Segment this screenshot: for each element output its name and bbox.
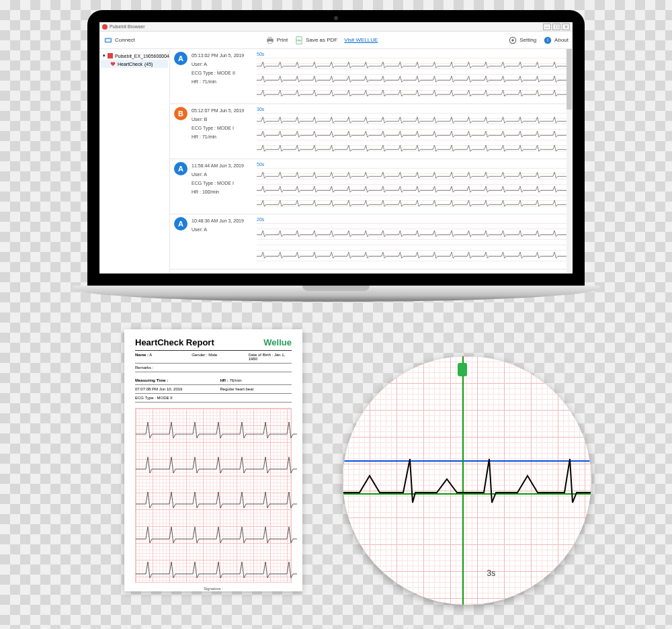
heartcheck-label: HeartCheck	[118, 62, 142, 67]
record-item[interactable]: B05:12:07 PM Jun 5, 2019User: BECG Type …	[170, 104, 573, 159]
waveform-tracks	[257, 168, 569, 211]
ecg-trace	[257, 60, 569, 70]
record-waveform: 30s	[257, 107, 569, 156]
heartcheck-count: (45)	[144, 62, 153, 67]
visit-wellue-link[interactable]: Visit WELLUE	[344, 37, 378, 43]
record-waveform: 20s	[257, 217, 569, 266]
report-header: HeartCheck Report Wellue	[135, 337, 292, 351]
record-timestamp: 05:12:07 PM Jun 5, 2019	[192, 108, 244, 113]
record-item[interactable]: A05:13:02 PM Jun 5, 2019User: AECG Type …	[170, 49, 573, 104]
record-meta-lines: 05:12:07 PM Jun 5, 2019User: BECG Type :…	[192, 107, 244, 156]
magnifier-ecg-trace	[343, 456, 591, 516]
record-timestamp: 10:48:36 AM Jun 3, 2019	[192, 218, 244, 223]
record-user: User: A	[192, 227, 244, 232]
svg-rect-11	[108, 53, 113, 58]
user-badge: A	[174, 52, 187, 65]
user-badge: A	[174, 217, 187, 230]
record-user: User: B	[192, 117, 244, 122]
record-item[interactable]: A11:58:44 AM Jun 3, 2019User: AECG Type …	[170, 159, 573, 214]
ecg-trace	[257, 116, 569, 125]
connect-label: Connect	[115, 37, 135, 43]
main-area: ▾ Pulsebit_EX_1905600004 HeartCheck (45)	[99, 49, 573, 274]
laptop-mockup: Pulsebit Browser — ☐ ✕ Connect	[87, 10, 585, 316]
connect-icon	[103, 36, 113, 45]
user-badge: A	[174, 162, 187, 175]
waveform-tracks	[257, 113, 569, 156]
record-waveform: 50s	[257, 52, 569, 101]
scrollbar[interactable]	[566, 49, 572, 274]
record-ecg_type: ECG Type : MODE II	[192, 71, 244, 75]
device-tree: ▾ Pulsebit_EX_1905600004 HeartCheck (45)	[99, 49, 170, 274]
record-ecg_type: ECG Type : MODE I	[192, 181, 244, 185]
svg-text:PDF: PDF	[297, 39, 302, 42]
report-ecg-trace-4	[136, 520, 297, 547]
scroll-thumb[interactable]	[566, 49, 572, 110]
print-button[interactable]: Print	[265, 36, 288, 45]
user-badge: B	[174, 107, 187, 120]
ecg-trace	[257, 199, 569, 208]
record-hr: HR : 71/min	[192, 79, 244, 84]
svg-rect-1	[106, 39, 111, 42]
laptop-notch	[302, 286, 370, 291]
about-button[interactable]: i About	[543, 36, 569, 45]
device-label: Pulsebit_EX_1905600004	[115, 54, 169, 58]
waveform-tracks	[257, 58, 569, 101]
report-row-ecgtype: ECG Type : MODE II	[135, 394, 292, 403]
save-pdf-button[interactable]: PDF Save as PDF	[294, 36, 337, 45]
ecg-trace	[257, 144, 569, 153]
report-row-measure: Measuring Time : HR : 76/min	[135, 376, 292, 385]
record-meta: B05:12:07 PM Jun 5, 2019User: BECG Type …	[174, 107, 251, 156]
record-duration: 30s	[257, 107, 569, 112]
heart-icon	[110, 61, 116, 67]
setting-button[interactable]: Setting	[508, 36, 536, 45]
printer-icon	[265, 36, 275, 45]
device-icon	[108, 53, 113, 58]
report-row-remarks: Remarks :	[135, 364, 292, 372]
record-item[interactable]: A10:48:36 AM Jun 3, 2019User: A20s	[170, 214, 573, 269]
close-button[interactable]: ✕	[562, 24, 570, 30]
report-row-type: 07:07:08 PM Jun 10, 2019 Regular heart b…	[135, 385, 292, 394]
chevron-down-icon: ▾	[103, 53, 106, 58]
toolbar: Connect Print PDF Save as PDF Visit WE	[99, 32, 573, 49]
window-title: Pulsebit Browser	[110, 24, 145, 29]
svg-point-8	[511, 39, 514, 42]
svg-rect-3	[268, 36, 272, 39]
tree-device-item[interactable]: ▾ Pulsebit_EX_1905600004	[101, 52, 168, 60]
ecg-trace	[257, 75, 569, 84]
report-row-identity: Name : A Gender : Male Date of Birth : J…	[135, 351, 292, 364]
signature-label: Signature :	[135, 587, 292, 591]
gear-icon	[508, 36, 517, 45]
record-meta-lines: 11:58:44 AM Jun 3, 2019User: AECG Type :…	[192, 162, 244, 211]
app-icon	[102, 24, 108, 30]
report-ecg-trace-2	[136, 450, 297, 477]
playhead-marker[interactable]	[458, 363, 467, 376]
minimize-button[interactable]: —	[543, 24, 551, 30]
report-ecg-trace-1	[136, 415, 297, 442]
time-label: 3s	[487, 569, 496, 578]
laptop-base	[73, 286, 599, 302]
record-duration: 50s	[257, 162, 569, 167]
connect-button[interactable]: Connect	[103, 36, 135, 45]
ecg-magnifier: 3s	[343, 356, 591, 605]
ecg-trace	[257, 130, 569, 139]
ecg-trace	[257, 89, 569, 98]
save-pdf-label: Save as PDF	[306, 37, 337, 43]
record-waveform: 50s	[257, 162, 569, 211]
maximize-button[interactable]: ☐	[552, 24, 560, 30]
ecg-trace	[257, 171, 569, 180]
ecg-trace	[257, 251, 569, 260]
record-user: User: A	[192, 62, 244, 67]
record-meta-lines: 05:13:02 PM Jun 5, 2019User: AECG Type :…	[192, 52, 244, 101]
record-meta-lines: 10:48:36 AM Jun 3, 2019User: A	[192, 217, 244, 266]
record-meta: A10:48:36 AM Jun 3, 2019User: A	[174, 217, 251, 266]
report-title: HeartCheck Report	[135, 337, 214, 347]
tree-heartcheck-item[interactable]: HeartCheck (45)	[101, 60, 168, 68]
record-user: User: A	[192, 172, 244, 177]
report-ecg-trace-5	[136, 555, 297, 582]
record-hr: HR : 71/min	[192, 134, 244, 139]
report-ecg-grid	[135, 408, 292, 583]
heartcheck-report: HeartCheck Report Wellue Name : A Gender…	[124, 329, 302, 591]
ecg-trace	[257, 185, 569, 194]
info-icon: i	[543, 36, 552, 45]
record-timestamp: 11:58:44 AM Jun 3, 2019	[192, 163, 244, 168]
